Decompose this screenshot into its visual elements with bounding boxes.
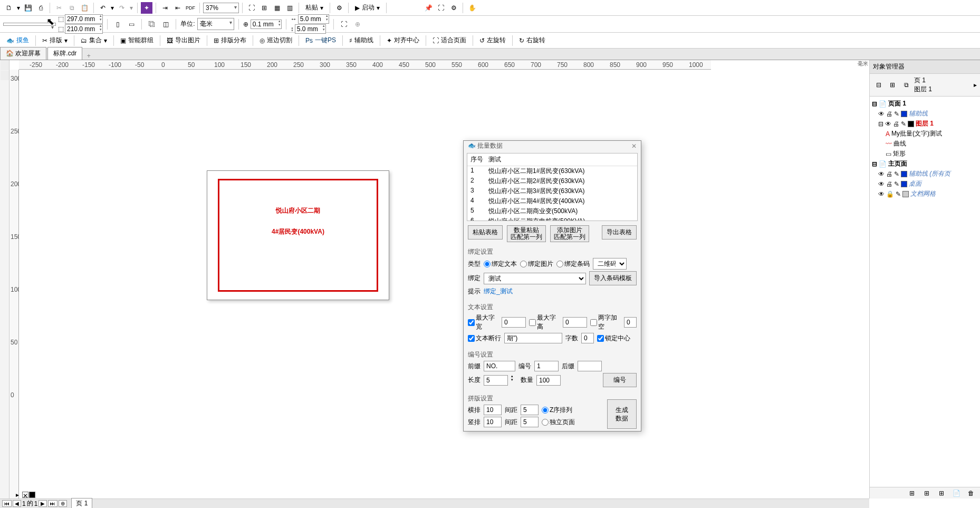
- add-image-button[interactable]: 添加图片 匹配第一列: [550, 225, 589, 242]
- tab-file[interactable]: 标牌.cdr: [47, 47, 82, 60]
- dup-y-input[interactable]: 5.0 mm: [295, 24, 326, 34]
- indep-radio[interactable]: 独立页面: [542, 418, 575, 427]
- snap-icon[interactable]: ⛶: [435, 2, 447, 14]
- data-list[interactable]: 序号 测试 1悦山府小区二期1#居民变(630kVA)2悦山府小区二期2#居民变…: [467, 153, 638, 221]
- paste-table-button[interactable]: 粘贴表格: [468, 225, 503, 239]
- foot-icon3[interactable]: ⊞: [936, 487, 947, 499]
- pin-icon[interactable]: 📌: [422, 2, 434, 14]
- add-icon[interactable]: ⊕: [352, 18, 363, 30]
- lock-check[interactable]: 锁定中心: [597, 334, 630, 343]
- color-none[interactable]: ✕: [22, 492, 28, 498]
- max-w-check[interactable]: 最大字宽: [468, 313, 498, 331]
- dialog-titlebar[interactable]: 🐟 批量数据 ✕: [464, 141, 641, 151]
- nudge-input[interactable]: 0.1 mm: [251, 20, 282, 29]
- tree-guides[interactable]: 辅助线: [909, 109, 928, 118]
- object-tree[interactable]: ⊟📄 页面 1 👁🖨✎ 辅助线 ⊟👁🖨✎ 图层 1 A My批量(文字)测试 〰…: [870, 97, 980, 487]
- page-width-input[interactable]: 297.0 mm: [65, 14, 103, 24]
- foot-icon1[interactable]: ⊞: [906, 487, 918, 499]
- nav-add[interactable]: ⊕: [59, 500, 67, 507]
- pbfb-button[interactable]: ⊞ 排版分布: [210, 35, 249, 46]
- nav-first[interactable]: ⏮: [2, 500, 12, 507]
- jihe-button[interactable]: 🗂 集合 ▾: [78, 35, 110, 46]
- two-space-input[interactable]: [624, 317, 637, 328]
- tree-master[interactable]: 主页面: [888, 159, 907, 168]
- fuzhu-button[interactable]: ♯ 辅助线: [346, 35, 377, 46]
- radio-code[interactable]: 绑定条码: [556, 260, 590, 269]
- suffix-input[interactable]: [578, 361, 602, 371]
- grid-icon[interactable]: ▦: [271, 2, 283, 14]
- save-icon[interactable]: 💾: [22, 2, 34, 14]
- unit-dropdown[interactable]: 毫米: [197, 18, 234, 30]
- prefix-input[interactable]: [484, 361, 515, 371]
- export-table-button[interactable]: 导出表格: [602, 225, 637, 239]
- yijianps-button[interactable]: Ps 一键PS: [302, 35, 339, 46]
- list-item[interactable]: 1悦山府小区二期1#居民变(630kVA): [467, 166, 637, 176]
- copy-icon[interactable]: ⧉: [66, 2, 78, 14]
- export-icon[interactable]: ⇤: [172, 2, 184, 14]
- nav-prev[interactable]: ◀: [13, 500, 21, 507]
- pdf-icon[interactable]: PDF: [185, 2, 196, 14]
- import-icon[interactable]: ⇥: [159, 2, 171, 14]
- tree-rect[interactable]: 矩形: [893, 149, 906, 158]
- zuoxuan-button[interactable]: ↺ 左旋转: [476, 35, 509, 46]
- launch-dropdown[interactable]: ▶ 启动 ▾: [352, 2, 383, 13]
- undo-icon[interactable]: ↶: [97, 2, 109, 14]
- import-template-button[interactable]: 导入条码模板: [589, 271, 637, 285]
- num-input[interactable]: [534, 361, 559, 371]
- list-item[interactable]: 4悦山府小区二期4#居民变(400kVA): [467, 196, 637, 206]
- color-nav-left[interactable]: ▸: [16, 491, 19, 499]
- tree-layer1[interactable]: 图层 1: [916, 119, 934, 128]
- cut-icon[interactable]: ✂: [53, 2, 65, 14]
- list-item[interactable]: 2悦山府小区二期2#居民变(630kVA): [467, 176, 637, 186]
- wrap-check[interactable]: 文本断行: [468, 334, 501, 343]
- page-size-dropdown[interactable]: [3, 23, 56, 26]
- paste-dropdown[interactable]: 粘贴▾: [302, 2, 326, 13]
- dropdown-icon[interactable]: ▾: [16, 2, 21, 14]
- zhineng-button[interactable]: ▣ 智能群组: [117, 35, 157, 46]
- nav-next[interactable]: ▶: [39, 500, 47, 507]
- nav-last[interactable]: ⏭: [48, 500, 57, 507]
- radio-text[interactable]: 绑定文本: [484, 260, 517, 269]
- panel-icon2[interactable]: ⊞: [887, 79, 898, 91]
- hrow-input[interactable]: [484, 405, 502, 415]
- dialog-close-button[interactable]: ✕: [631, 142, 637, 150]
- all-pages-icon[interactable]: ⿻: [146, 18, 158, 30]
- color-black[interactable]: [29, 492, 35, 498]
- tab-add-button[interactable]: +: [83, 52, 94, 60]
- hand-icon[interactable]: ✋: [466, 2, 478, 14]
- tree-mybatch[interactable]: My批量(文字)测试: [891, 129, 942, 138]
- panel-menu-icon[interactable]: ▸: [974, 81, 977, 89]
- current-page-icon[interactable]: ◫: [160, 18, 171, 30]
- landscape-icon[interactable]: ▭: [126, 18, 137, 30]
- paste-match-button[interactable]: 数量粘贴 匹配第一列: [507, 225, 546, 242]
- daochu-button[interactable]: 🖼 导出图片: [164, 35, 204, 46]
- tree-curve[interactable]: 曲线: [893, 139, 906, 148]
- code-type-select[interactable]: 二维码: [593, 258, 627, 270]
- foot-trash-icon[interactable]: 🗑: [965, 487, 977, 499]
- paste-icon[interactable]: 📋: [79, 2, 90, 14]
- print-icon[interactable]: ⎙: [35, 2, 46, 14]
- tree-master-guides[interactable]: 辅助线 (所有页: [909, 169, 950, 178]
- gear-icon[interactable]: ⚙: [448, 2, 459, 14]
- duiqi-button[interactable]: ✦ 对齐中心: [383, 35, 422, 46]
- tree-docgrid[interactable]: 文档网格: [910, 189, 936, 198]
- shihe-button[interactable]: ⛶ 适合页面: [429, 35, 469, 46]
- generate-button[interactable]: 生成 数据: [607, 399, 637, 429]
- new-file-icon[interactable]: 🗋: [3, 2, 15, 14]
- foot-new-layer-icon[interactable]: 📄: [950, 487, 962, 499]
- xunbian-button[interactable]: ◎ 巡边切割: [256, 35, 295, 46]
- len-input[interactable]: [484, 375, 508, 386]
- page-height-input[interactable]: 210.0 mm: [65, 24, 103, 34]
- tree-page1[interactable]: 页面 1: [888, 99, 906, 108]
- radio-img[interactable]: 绑定图片: [520, 260, 553, 269]
- gap2-input[interactable]: [521, 417, 539, 427]
- fx-icon[interactable]: ✦: [141, 2, 152, 14]
- number-button[interactable]: 编号: [603, 373, 637, 387]
- moyu-button[interactable]: 🐟 摸鱼: [3, 35, 32, 46]
- paiban-button[interactable]: ✂ 排版 ▾: [39, 35, 71, 46]
- max-w-input[interactable]: [502, 317, 526, 328]
- vrow-input[interactable]: [484, 417, 502, 427]
- options-icon[interactable]: ⚙: [333, 2, 345, 14]
- redo-icon[interactable]: ↷: [116, 2, 128, 14]
- max-h-check[interactable]: 最大字高: [529, 313, 560, 331]
